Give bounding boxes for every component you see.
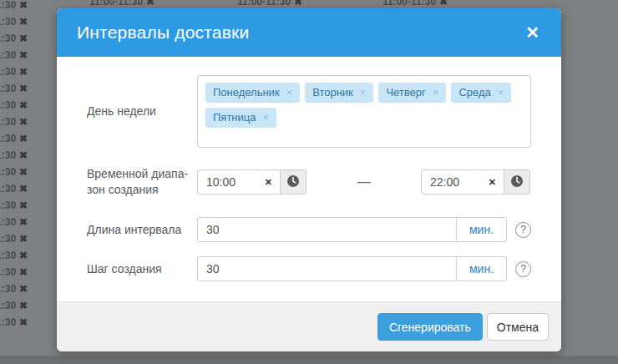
background-remove-icon: ✖ [146, 0, 154, 8]
background-interval-chip: 11:00-11:30✖ [0, 216, 28, 228]
clock-icon [510, 174, 524, 190]
delivery-intervals-modal: Интервалы доставки ✕ День недели Понедел… [57, 8, 561, 351]
time-range-controls: ✕ — ✕ [197, 169, 531, 195]
background-interval-chip: 11:00-11:30✖ [89, 0, 154, 8]
background-interval-chip: 11:00-11:30✖ [0, 99, 28, 111]
background-remove-icon: ✖ [19, 66, 28, 78]
background-remove-icon: ✖ [19, 149, 28, 161]
day-tag-label: Вторник [312, 86, 353, 99]
background-remove-icon: ✖ [19, 250, 28, 261]
day-tag-label: Пятница [213, 111, 256, 124]
background-remove-icon: ✖ [19, 183, 28, 195]
background-remove-icon: ✖ [19, 266, 28, 278]
range-separator: — [307, 174, 421, 190]
day-of-week-label: День недели [87, 104, 197, 119]
background-remove-icon: ✖ [19, 133, 28, 144]
interval-length-label: Длина интервала [87, 222, 197, 238]
background-remove-icon: ✖ [19, 200, 28, 211]
time-to-clear-icon[interactable]: ✕ [489, 178, 496, 187]
time-from-clear-icon[interactable]: ✕ [265, 178, 272, 187]
day-tag[interactable]: Четверг× [378, 83, 446, 103]
background-remove-icon: ✖ [439, 0, 448, 8]
modal-body: День недели Понедельник×Вторник×Четверг×… [57, 57, 561, 301]
time-range-label: Временной диапа- зон создания [87, 166, 197, 198]
background-remove-icon: ✖ [19, 300, 28, 311]
cancel-button[interactable]: Отмена [487, 313, 549, 341]
background-remove-icon: ✖ [19, 33, 28, 44]
day-tag-label: Понедельник [213, 86, 280, 99]
day-tags-list[interactable]: Понедельник×Вторник×Четверг×Среда×Пятниц… [197, 75, 531, 148]
tag-remove-icon[interactable]: × [498, 86, 504, 99]
background-interval-chip: 11:00-11:30✖ [0, 250, 28, 261]
day-tag[interactable]: Среда× [451, 83, 511, 103]
interval-length-help-icon[interactable]: ? [515, 222, 531, 238]
day-of-week-row: День недели Понедельник×Вторник×Четверг×… [87, 75, 531, 148]
time-to-group: ✕ [421, 169, 531, 195]
background-remove-icon: ✖ [19, 316, 28, 328]
creation-step-field: мин. [197, 256, 507, 281]
clock-icon [286, 174, 300, 190]
background-interval-chip: 11:00-11:30✖ [0, 33, 28, 44]
close-icon[interactable]: ✕ [524, 23, 541, 43]
creation-step-help-icon[interactable]: ? [515, 261, 531, 277]
time-from-picker-button[interactable] [280, 169, 306, 195]
background-remove-icon: ✖ [19, 166, 28, 178]
background-interval-chip: 11:00-11:30✖ [0, 300, 28, 311]
creation-step-row: Шаг создания мин. ? [87, 256, 531, 281]
background-remove-icon: ✖ [19, 16, 28, 28]
tag-remove-icon[interactable]: × [286, 86, 293, 99]
creation-step-unit[interactable]: мин. [456, 257, 506, 281]
background-interval-chip: 11:00-11:30✖ [237, 0, 302, 8]
background-remove-icon: ✖ [19, 0, 28, 11]
creation-step-label: Шаг создания [87, 261, 197, 277]
background-interval-chip: 11:00-11:30✖ [0, 266, 28, 278]
day-tag-label: Среда [458, 86, 490, 99]
background-interval-chip: 11:00-11:30✖ [0, 66, 28, 78]
background-interval-chip: 11:00-11:30✖ [0, 200, 28, 211]
day-tag-label: Четверг [386, 86, 425, 99]
background-interval-chip: 11:00-11:30✖ [0, 16, 28, 28]
background-interval-chip: 11:00-11:30✖ [0, 0, 28, 11]
modal-header: Интервалы доставки ✕ [57, 8, 561, 57]
backdrop-bottom-strip [0, 356, 618, 364]
background-interval-chip: 11:00-11:30✖ [382, 0, 448, 8]
background-interval-chip: 11:00-11:30✖ [0, 133, 28, 144]
background-interval-chip: 11:00-11:30✖ [0, 49, 28, 61]
day-tag[interactable]: Пятница× [205, 108, 276, 128]
generate-button[interactable]: Сгенерировать [377, 313, 483, 341]
background-interval-chip: 11:00-11:30✖ [0, 83, 28, 94]
tag-remove-icon[interactable]: × [360, 86, 367, 99]
interval-length-field: мин. [197, 217, 507, 242]
tag-remove-icon[interactable]: × [262, 111, 269, 124]
background-interval-chip: 11:00-11:30✖ [0, 233, 28, 245]
day-tag[interactable]: Вторник× [305, 83, 373, 103]
modal-title: Интервалы доставки [77, 23, 249, 43]
creation-step-input[interactable] [198, 257, 456, 281]
background-remove-icon: ✖ [19, 216, 28, 228]
background-interval-chip: 11:00-11:30✖ [0, 183, 28, 195]
background-interval-chip: 11:00-11:30✖ [0, 149, 28, 161]
tag-remove-icon[interactable]: × [433, 86, 439, 99]
interval-length-input[interactable] [198, 218, 456, 241]
time-range-row: Временной диапа- зон создания ✕ [87, 165, 531, 199]
background-remove-icon: ✖ [19, 283, 28, 295]
background-interval-chip: 11:00-11:30✖ [0, 116, 28, 128]
background-remove-icon: ✖ [19, 49, 28, 61]
background-remove-icon: ✖ [19, 99, 28, 111]
background-interval-chip: 11:00-11:30✖ [0, 166, 28, 178]
time-from-group: ✕ [197, 169, 307, 195]
background-remove-icon: ✖ [19, 83, 28, 94]
day-tag[interactable]: Понедельник× [205, 83, 300, 103]
background-remove-icon: ✖ [19, 233, 28, 245]
time-to-picker-button[interactable] [504, 169, 530, 195]
background-remove-icon: ✖ [19, 116, 28, 128]
background-interval-chip: 11:00-11:30✖ [0, 316, 28, 328]
interval-length-unit[interactable]: мин. [456, 218, 506, 241]
interval-length-row: Длина интервала мин. ? [87, 217, 531, 242]
background-remove-icon: ✖ [294, 0, 302, 8]
modal-footer: Сгенерировать Отмена [57, 301, 561, 351]
background-interval-chip: 11:00-11:30✖ [0, 283, 28, 295]
